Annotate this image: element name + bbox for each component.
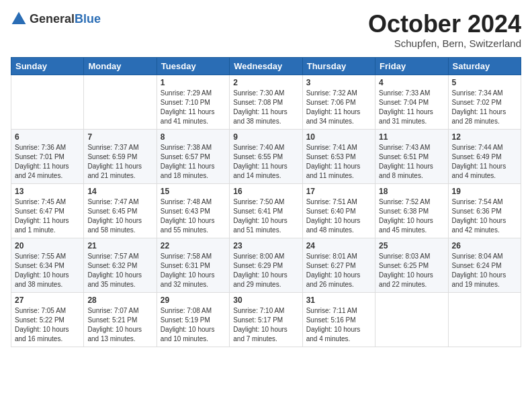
weekday-header: Friday [375,57,448,75]
calendar-day-cell: 16Sunrise: 7:50 AM Sunset: 6:41 PM Dayli… [230,183,302,238]
calendar-day-cell: 31Sunrise: 7:11 AM Sunset: 5:16 PM Dayli… [302,292,375,347]
day-number: 8 [161,132,226,142]
svg-marker-0 [12,12,26,24]
day-info: Sunrise: 7:44 AM Sunset: 6:49 PM Dayligh… [452,143,517,181]
calendar-day-cell: 25Sunrise: 8:03 AM Sunset: 6:25 PM Dayli… [375,238,448,292]
day-number: 27 [15,295,80,305]
weekday-header: Monday [84,57,157,75]
day-info: Sunrise: 7:30 AM Sunset: 7:08 PM Dayligh… [233,89,298,126]
calendar-week-row: 20Sunrise: 7:55 AM Sunset: 6:34 PM Dayli… [11,238,521,292]
day-info: Sunrise: 8:00 AM Sunset: 6:29 PM Dayligh… [233,252,298,289]
day-number: 3 [306,78,371,87]
calendar-day-cell: 19Sunrise: 7:54 AM Sunset: 6:36 PM Dayli… [448,183,521,238]
day-number: 20 [15,241,80,250]
day-number: 19 [452,187,517,196]
day-info: Sunrise: 7:11 AM Sunset: 5:16 PM Dayligh… [306,306,371,344]
day-info: Sunrise: 7:07 AM Sunset: 5:21 PM Dayligh… [87,306,152,344]
day-number: 24 [306,241,371,250]
day-number: 13 [15,187,80,196]
calendar-day-cell [11,75,84,129]
calendar-week-row: 27Sunrise: 7:05 AM Sunset: 5:22 PM Dayli… [11,292,521,347]
day-info: Sunrise: 7:40 AM Sunset: 6:55 PM Dayligh… [233,143,298,181]
day-number: 28 [87,295,152,305]
month-title: October 2024 [368,11,521,38]
page-header: GeneralBlue October 2024 Schupfen, Bern,… [11,11,521,49]
day-info: Sunrise: 7:48 AM Sunset: 6:43 PM Dayligh… [161,197,226,235]
calendar-day-cell: 21Sunrise: 7:57 AM Sunset: 6:32 PM Dayli… [84,238,157,292]
day-number: 10 [306,132,371,142]
day-number: 25 [379,241,444,250]
day-number: 9 [233,132,298,142]
day-number: 30 [233,295,298,305]
day-info: Sunrise: 7:51 AM Sunset: 6:40 PM Dayligh… [306,197,371,235]
day-number: 11 [379,132,444,142]
day-number: 1 [161,78,226,87]
day-info: Sunrise: 8:04 AM Sunset: 6:24 PM Dayligh… [452,252,517,289]
day-info: Sunrise: 7:36 AM Sunset: 7:01 PM Dayligh… [15,143,80,181]
calendar-week-row: 6Sunrise: 7:36 AM Sunset: 7:01 PM Daylig… [11,129,521,183]
calendar-day-cell: 27Sunrise: 7:05 AM Sunset: 5:22 PM Dayli… [11,292,84,347]
calendar-day-cell: 12Sunrise: 7:44 AM Sunset: 6:49 PM Dayli… [448,129,521,183]
day-info: Sunrise: 7:50 AM Sunset: 6:41 PM Dayligh… [233,197,298,235]
calendar-day-cell: 5Sunrise: 7:34 AM Sunset: 7:02 PM Daylig… [448,75,521,129]
day-info: Sunrise: 7:05 AM Sunset: 5:22 PM Dayligh… [15,306,80,344]
calendar-header-row: SundayMondayTuesdayWednesdayThursdayFrid… [11,57,521,75]
calendar-day-cell [448,292,521,347]
calendar-day-cell: 24Sunrise: 8:01 AM Sunset: 6:27 PM Dayli… [302,238,375,292]
weekday-header: Thursday [302,57,375,75]
day-info: Sunrise: 7:47 AM Sunset: 6:45 PM Dayligh… [87,197,152,235]
day-info: Sunrise: 7:55 AM Sunset: 6:34 PM Dayligh… [15,252,80,289]
day-info: Sunrise: 7:08 AM Sunset: 5:19 PM Dayligh… [161,306,226,344]
weekday-header: Saturday [448,57,521,75]
calendar-day-cell: 2Sunrise: 7:30 AM Sunset: 7:08 PM Daylig… [230,75,302,129]
calendar-day-cell: 4Sunrise: 7:33 AM Sunset: 7:04 PM Daylig… [375,75,448,129]
title-block: October 2024 Schupfen, Bern, Switzerland [368,11,521,49]
calendar-day-cell: 3Sunrise: 7:32 AM Sunset: 7:06 PM Daylig… [302,75,375,129]
calendar-day-cell [84,75,157,129]
day-number: 31 [306,295,371,305]
day-info: Sunrise: 7:58 AM Sunset: 6:31 PM Dayligh… [161,252,226,289]
day-info: Sunrise: 7:10 AM Sunset: 5:17 PM Dayligh… [233,306,298,344]
day-number: 29 [161,295,226,305]
calendar-day-cell: 15Sunrise: 7:48 AM Sunset: 6:43 PM Dayli… [157,183,229,238]
calendar-week-row: 13Sunrise: 7:45 AM Sunset: 6:47 PM Dayli… [11,183,521,238]
calendar-day-cell: 22Sunrise: 7:58 AM Sunset: 6:31 PM Dayli… [157,238,229,292]
calendar-day-cell: 8Sunrise: 7:38 AM Sunset: 6:57 PM Daylig… [157,129,229,183]
calendar-week-row: 1Sunrise: 7:29 AM Sunset: 7:10 PM Daylig… [11,75,521,129]
day-number: 22 [161,241,226,250]
day-info: Sunrise: 7:43 AM Sunset: 6:51 PM Dayligh… [379,143,444,181]
day-info: Sunrise: 7:38 AM Sunset: 6:57 PM Dayligh… [161,143,226,181]
calendar-day-cell: 30Sunrise: 7:10 AM Sunset: 5:17 PM Dayli… [230,292,302,347]
calendar-day-cell: 11Sunrise: 7:43 AM Sunset: 6:51 PM Dayli… [375,129,448,183]
logo-text-blue: Blue [75,12,101,26]
day-info: Sunrise: 7:34 AM Sunset: 7:02 PM Dayligh… [452,89,517,126]
day-info: Sunrise: 7:33 AM Sunset: 7:04 PM Dayligh… [379,89,444,126]
calendar-day-cell: 29Sunrise: 7:08 AM Sunset: 5:19 PM Dayli… [157,292,229,347]
calendar-day-cell: 7Sunrise: 7:37 AM Sunset: 6:59 PM Daylig… [84,129,157,183]
logo-text-general: General [30,12,75,26]
day-number: 7 [87,132,152,142]
day-info: Sunrise: 7:37 AM Sunset: 6:59 PM Dayligh… [87,143,152,181]
day-number: 5 [452,78,517,87]
calendar-day-cell: 17Sunrise: 7:51 AM Sunset: 6:40 PM Dayli… [302,183,375,238]
day-info: Sunrise: 7:29 AM Sunset: 7:10 PM Dayligh… [161,89,226,126]
day-info: Sunrise: 7:32 AM Sunset: 7:06 PM Dayligh… [306,89,371,126]
calendar-day-cell: 23Sunrise: 8:00 AM Sunset: 6:29 PM Dayli… [230,238,302,292]
day-number: 16 [233,187,298,196]
calendar-day-cell: 20Sunrise: 7:55 AM Sunset: 6:34 PM Dayli… [11,238,84,292]
day-number: 23 [233,241,298,250]
calendar-day-cell: 28Sunrise: 7:07 AM Sunset: 5:21 PM Dayli… [84,292,157,347]
day-info: Sunrise: 7:57 AM Sunset: 6:32 PM Dayligh… [87,252,152,289]
weekday-header: Tuesday [157,57,229,75]
calendar-day-cell: 9Sunrise: 7:40 AM Sunset: 6:55 PM Daylig… [230,129,302,183]
calendar-day-cell: 26Sunrise: 8:04 AM Sunset: 6:24 PM Dayli… [448,238,521,292]
day-info: Sunrise: 7:41 AM Sunset: 6:53 PM Dayligh… [306,143,371,181]
day-number: 21 [87,241,152,250]
day-number: 18 [379,187,444,196]
calendar-day-cell: 14Sunrise: 7:47 AM Sunset: 6:45 PM Dayli… [84,183,157,238]
day-number: 6 [15,132,80,142]
day-info: Sunrise: 7:45 AM Sunset: 6:47 PM Dayligh… [15,197,80,235]
day-number: 2 [233,78,298,87]
day-info: Sunrise: 7:54 AM Sunset: 6:36 PM Dayligh… [452,197,517,235]
calendar-day-cell: 1Sunrise: 7:29 AM Sunset: 7:10 PM Daylig… [157,75,229,129]
